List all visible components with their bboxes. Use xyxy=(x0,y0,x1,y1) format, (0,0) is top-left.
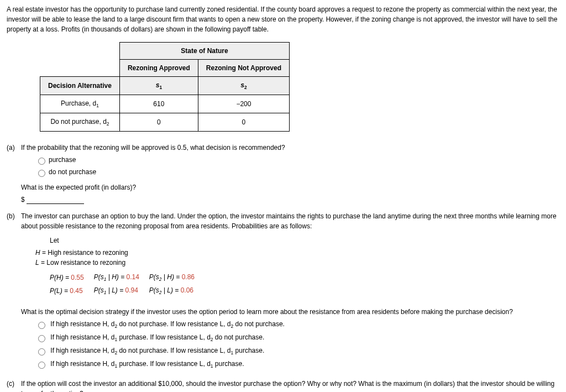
strategy-option-4[interactable]: If high resistance H, d1 purchase. If lo… xyxy=(35,359,559,370)
radio-purchase-input[interactable] xyxy=(38,158,45,165)
row-donotpurchase-label: Do not purchase, d2 xyxy=(40,113,120,132)
radio-do-not-purchase[interactable]: do not purchase xyxy=(35,167,559,177)
part-c-question: If the option will cost the investor an … xyxy=(21,379,559,392)
problem-intro: A real estate investor has the opportuni… xyxy=(7,4,559,34)
strategy-radio-1[interactable] xyxy=(38,322,45,329)
part-a-question: If the probability that the rezoning wil… xyxy=(21,143,559,153)
s2-header: s2 xyxy=(198,77,289,95)
payoff-table: State of Nature Rezoning Approved Rezoni… xyxy=(40,42,290,132)
cell-donot-approved: 0 xyxy=(119,113,198,132)
expected-profit-input[interactable] xyxy=(27,196,84,204)
let-label: Let xyxy=(50,236,559,245)
strategy-radio-4[interactable] xyxy=(38,362,45,369)
probability-grid: P(H) = 0.55 P(s1 | H) = 0.14 P(s2 | H) =… xyxy=(50,271,205,297)
radio-donot-input[interactable] xyxy=(38,170,45,177)
state-of-nature-header: State of Nature xyxy=(119,43,289,60)
dollar-sign: $ xyxy=(21,196,25,203)
decision-alternative-header: Decision Alternative xyxy=(40,77,120,95)
h-definition: H = High resistance to rezoning xyxy=(35,248,559,258)
cell-donot-not-approved: 0 xyxy=(198,113,289,132)
radio-purchase-label: purchase xyxy=(49,156,76,164)
strategy-option-1[interactable]: If high resistance H, d2 do not purchase… xyxy=(35,319,559,330)
radio-donot-label: do not purchase xyxy=(49,168,96,176)
cell-purchase-approved: 610 xyxy=(119,95,198,113)
cell-purchase-not-approved: −200 xyxy=(198,95,289,113)
table-row: Do not purchase, d2 0 0 xyxy=(40,113,290,132)
strategy-radio-2[interactable] xyxy=(38,335,45,342)
part-b-question: The investor can purchase an option to b… xyxy=(21,211,559,231)
part-c-label: (c) xyxy=(7,379,21,392)
col-rezoning-not-approved: Rezoning Not Approved xyxy=(198,60,289,77)
table-row: Purchase, d1 610 −200 xyxy=(40,95,290,113)
part-a-question2: What is the expected profit (in dollars)… xyxy=(21,182,559,192)
l-definition: L = Low resistance to rezoning xyxy=(35,258,559,268)
strategy-radio-3[interactable] xyxy=(38,348,45,356)
part-b-question2: What is the optimal decision strategy if… xyxy=(21,307,559,317)
s1-header: s1 xyxy=(119,77,198,95)
radio-purchase[interactable]: purchase xyxy=(35,155,559,165)
strategy-option-2[interactable]: If high resistance H, d1 purchase. If lo… xyxy=(35,332,559,343)
col-rezoning-approved: Rezoning Approved xyxy=(119,60,198,77)
part-a-label: (a) xyxy=(7,143,21,205)
row-purchase-label: Purchase, d1 xyxy=(40,95,120,113)
strategy-option-3[interactable]: If high resistance H, d2 do not purchase… xyxy=(35,346,559,357)
part-b-label: (b) xyxy=(7,211,21,372)
